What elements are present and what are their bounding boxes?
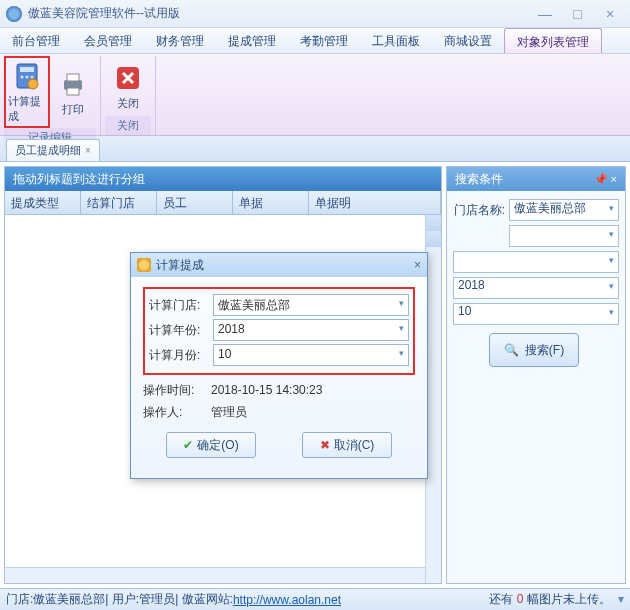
search-button[interactable]: 🔍 搜索(F) [489,333,579,367]
col-bill[interactable]: 单据 [233,191,309,214]
calc-store-label: 计算门店: [149,297,213,314]
close-label: 关闭 [117,96,139,111]
optime-label: 操作时间: [143,382,207,399]
tab-commission-detail[interactable]: 员工提成明细 × [6,139,100,161]
menu-object-list[interactable]: 对象列表管理 [504,28,602,53]
search-panel: 搜索条件 📌 × 门店名称: 傲蓝美丽总部 2018 10 🔍 [446,166,626,584]
calc-month-label: 计算月份: [149,347,213,364]
calc-store-combo[interactable]: 傲蓝美丽总部 [213,294,409,316]
status-right-prefix: 还有 [489,592,516,606]
calc-month-combo[interactable]: 10 [213,344,409,366]
search-panel-title: 搜索条件 [455,171,503,188]
svg-rect-8 [67,88,79,95]
calc-commission-label: 计算提成 [8,94,46,124]
status-user: 管理员 [139,591,175,608]
menu-commission[interactable]: 提成管理 [216,28,288,53]
dialog-highlighted-fields: 计算门店: 傲蓝美丽总部 计算年份: 2018 计算月份: 10 [143,287,415,375]
ribbon-group-close: 关闭 关闭 [101,56,156,135]
status-url-link[interactable]: http://www.aolan.net [233,593,341,607]
calculator-icon [11,60,43,92]
menu-finance[interactable]: 财务管理 [144,28,216,53]
dialog-close-icon[interactable]: × [414,258,421,272]
check-icon: ✔ [183,438,193,452]
ribbon: 计算提成 打印 记录编辑 关闭 关闭 [0,54,630,136]
store-name-label: 门店名称: [453,202,509,219]
operator-label: 操作人: [143,404,207,421]
status-upload-count: 0 [517,592,524,606]
close-icon [112,62,144,94]
cancel-button[interactable]: ✖ 取消(C) [302,432,392,458]
statusbar: 门店: 傲蓝美丽总部 | 用户: 管理员 | 傲蓝网站: http://www.… [0,588,630,610]
svg-point-5 [28,79,38,89]
calc-year-label: 计算年份: [149,322,213,339]
optime-value: 2018-10-15 14:30:23 [207,381,415,399]
ribbon-group-edit: 计算提成 打印 记录编辑 [0,56,101,135]
menu-tools[interactable]: 工具面板 [360,28,432,53]
menu-front-desk[interactable]: 前台管理 [0,28,72,53]
menu-member[interactable]: 会员管理 [72,28,144,53]
search-panel-header: 搜索条件 📌 × [447,167,625,191]
menu-attendance[interactable]: 考勤管理 [288,28,360,53]
calc-commission-dialog: 计算提成 × 计算门店: 傲蓝美丽总部 计算年份: 2018 计算月份: 10 … [130,252,428,479]
ok-button[interactable]: ✔ 确定(O) [166,432,256,458]
operator-value: 管理员 [207,402,415,423]
col-settle-store[interactable]: 结算门店 [81,191,157,214]
svg-rect-7 [67,74,79,81]
minimize-button[interactable]: — [531,6,559,22]
magnifier-icon: 🔍 [504,343,519,357]
ok-button-label: 确定(O) [197,437,238,454]
ribbon-group-close-label: 关闭 [105,116,151,135]
svg-rect-1 [20,67,34,72]
blank-combo-1[interactable] [509,225,619,247]
window-title: 傲蓝美容院管理软件--试用版 [28,5,531,22]
grid-header: 提成类型 结算门店 员工 单据 单据明 [5,191,441,215]
status-store-prefix: 门店: [6,591,33,608]
titlebar: 傲蓝美容院管理软件--试用版 — □ × [0,0,630,28]
group-by-bar[interactable]: 拖动列标题到这进行分组 [5,167,441,191]
menu-mall[interactable]: 商城设置 [432,28,504,53]
horizontal-scrollbar[interactable] [5,567,425,583]
maximize-button[interactable]: □ [564,6,592,22]
calc-commission-button[interactable]: 计算提成 [4,56,50,128]
close-window-button[interactable]: × [596,6,624,22]
chevron-down-icon[interactable]: ▾ [618,592,624,606]
printer-icon [57,68,89,100]
calc-year-combo[interactable]: 2018 [213,319,409,341]
search-button-label: 搜索(F) [525,342,564,359]
col-commission-type[interactable]: 提成类型 [5,191,81,214]
status-store: 傲蓝美丽总部 [33,591,105,608]
cancel-icon: ✖ [320,438,330,452]
menubar: 前台管理 会员管理 财务管理 提成管理 考勤管理 工具面板 商城设置 对象列表管… [0,28,630,54]
pin-icon[interactable]: 📌 × [594,173,617,186]
year-combo[interactable]: 2018 [453,277,619,299]
status-user-prefix: | 用户: [105,591,139,608]
col-employee[interactable]: 员工 [157,191,233,214]
dialog-icon [137,258,151,272]
dialog-titlebar[interactable]: 计算提成 × [131,253,427,277]
status-right-suffix: 幅图片未上传。 [527,592,611,606]
tab-label: 员工提成明细 [15,143,81,158]
store-name-combo[interactable]: 傲蓝美丽总部 [509,199,619,221]
app-logo-icon [6,6,22,22]
dialog-title-text: 计算提成 [156,257,204,274]
status-site-prefix: | 傲蓝网站: [175,591,233,608]
svg-point-3 [26,76,29,79]
svg-point-4 [31,76,34,79]
close-button[interactable]: 关闭 [105,56,151,116]
print-button[interactable]: 打印 [50,56,96,128]
print-label: 打印 [62,102,84,117]
blank-combo-2[interactable] [453,251,619,273]
cancel-button-label: 取消(C) [334,437,375,454]
svg-point-2 [21,76,24,79]
document-tabs: 员工提成明细 × [0,136,630,162]
col-bill-detail[interactable]: 单据明 [309,191,441,214]
month-combo[interactable]: 10 [453,303,619,325]
tab-close-icon[interactable]: × [85,145,91,156]
